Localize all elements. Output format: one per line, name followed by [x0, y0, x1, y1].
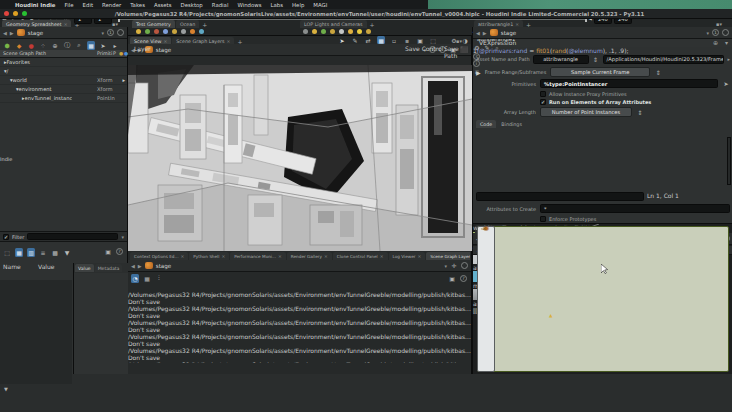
help-icon[interactable]: ? — [460, 275, 467, 282]
forward-icon[interactable]: ▶ — [10, 30, 14, 36]
chevron-down-icon[interactable]: ▾ — [121, 234, 124, 240]
col-save-path[interactable]: Save Path — [444, 45, 471, 59]
menu-item[interactable]: Help — [292, 2, 304, 8]
tree-row-instancer[interactable]: ▸ envTunnel_instanc PointIn — [0, 94, 127, 103]
close-window-button[interactable] — [4, 11, 9, 16]
tab-clone-control[interactable]: Clone Control Panel× — [333, 252, 388, 260]
viewport-tool-icon[interactable]: ➤ — [338, 36, 346, 44]
chevron-down-icon[interactable]: ▾ — [444, 263, 447, 269]
back-icon[interactable]: ◀ — [3, 30, 7, 36]
chevron-down-icon[interactable]: ▾ — [101, 30, 104, 36]
array-checkbox[interactable]: ✓ — [540, 99, 546, 105]
layer-save-control[interactable]: Don't save — [128, 312, 160, 319]
enforce-checkbox[interactable] — [540, 216, 546, 222]
shelf-tool-icon[interactable] — [366, 29, 371, 34]
shelf-tab-lop-lights[interactable]: LOP Lights and Cameras — [300, 20, 367, 28]
toolbar-icon[interactable]: ⬢ — [3, 41, 11, 50]
toolbar-icon[interactable]: ▦ — [87, 41, 95, 50]
layer-row[interactable]: /Volumes/Pegasus32 R4/Projects/gnomonSol… — [128, 361, 472, 363]
array-length-select[interactable]: Number of Point Instances — [540, 107, 632, 117]
asset-name-field[interactable]: attribwrangle — [533, 55, 589, 64]
network-canvas[interactable]: world/envTunnel_instancer Indie Edition … — [473, 224, 732, 344]
flatten-icon[interactable]: ▦ — [143, 274, 151, 283]
code-vscrollbar[interactable] — [727, 137, 731, 185]
layer-row[interactable]: /Volumes/Pegasus32 R4/Projects/gnomonSol… — [128, 333, 472, 347]
display-options-icon[interactable]: ◑ — [461, 36, 469, 45]
shelf-tool-icon[interactable] — [312, 29, 317, 34]
menu-item[interactable]: MAGI — [313, 2, 327, 8]
layer-row[interactable]: /Volumes/Pegasus32 R4/Projects/gnomonSol… — [128, 291, 472, 305]
shelf-tool-icon[interactable] — [348, 29, 353, 34]
toolbar-icon[interactable]: ⌕ — [75, 41, 83, 50]
close-icon[interactable]: × — [515, 22, 519, 27]
tab-code[interactable]: Code — [476, 120, 496, 128]
tree-row-environment[interactable]: ▾ environment Xform — [0, 85, 127, 94]
shelf-tab-test-geometry[interactable]: Test Geometry — [132, 20, 175, 28]
asset-path-field[interactable]: /Applications/Houdini/Houdini20.5.323/Fr… — [603, 55, 725, 64]
layer-save-control[interactable]: Don't save — [128, 298, 160, 305]
tab-log-viewer[interactable]: Log Viewer× — [389, 252, 426, 260]
col-p[interactable]: P — [113, 51, 116, 56]
shelf-tool-icon[interactable] — [199, 29, 204, 34]
viewport-tool-icon[interactable]: ▫ — [390, 36, 398, 44]
chevron-down-icon[interactable]: ▾ — [725, 39, 728, 46]
reselect-icon[interactable]: ➤ — [722, 79, 730, 88]
tab-value[interactable]: Value — [75, 264, 94, 272]
col-value[interactable]: Value — [38, 263, 54, 270]
tree-row-world[interactable]: ▾ world Xform ▸ — [0, 76, 127, 85]
stage-path[interactable]: stage — [156, 47, 421, 53]
col-primitive[interactable]: Primiti — [97, 51, 112, 56]
updown-icon[interactable]: ⇕ — [592, 55, 600, 64]
help-icon[interactable] — [461, 262, 468, 269]
viewport[interactable]: View Persp ▾ No cam ▾ ➤▣✛◯▢⁘⊞◉◆◇ ●◐▣⬚⁘▦▦… — [128, 65, 472, 251]
proxy-checkbox[interactable] — [540, 91, 546, 97]
viewport-tool-icon[interactable]: ✎ — [351, 36, 359, 44]
updown-icon[interactable]: ⇕ — [654, 68, 662, 77]
shelf-tool-icon[interactable] — [136, 29, 141, 34]
snapshot-camera-icon[interactable]: ▣ — [104, 247, 112, 256]
pin-icon[interactable] — [117, 29, 124, 36]
shelf-tool-icon[interactable] — [181, 29, 186, 34]
expand-editor-icon[interactable]: ⊕ — [713, 39, 718, 46]
forward-icon[interactable]: ▶ — [138, 263, 142, 269]
snapshot-camera-icon[interactable]: ▣ — [448, 274, 456, 283]
tab-bindings[interactable]: Bindings — [497, 120, 526, 128]
primitives-field[interactable]: %type:PointInstancer — [540, 79, 718, 88]
shelf-tool-icon[interactable] — [357, 29, 362, 34]
tree-row-root[interactable]: ▾ / — [0, 67, 127, 76]
toolbar-icon[interactable]: ⁘ — [39, 41, 47, 50]
frame-range-select[interactable]: Sample Current Frame — [550, 67, 650, 77]
tab-scene-graph-layers[interactable]: Scene Graph Layers× — [426, 252, 470, 260]
selected-empty-row[interactable] — [0, 273, 72, 280]
tab-performance-monitor[interactable]: Performance Moni...× — [230, 252, 286, 260]
toolbar-icon[interactable]: ⓘ — [63, 41, 71, 50]
updown-icon[interactable]: ⇕ — [636, 108, 644, 117]
layer-row[interactable]: /Volumes/Pegasus32 R4/Projects/gnomonSol… — [128, 305, 472, 319]
col-name[interactable]: Name — [3, 263, 21, 270]
tree-row-favorites[interactable]: ▸ Favorites — [0, 58, 127, 67]
pin-icon[interactable] — [722, 29, 729, 36]
tab-python-shell[interactable]: Python Shell× — [189, 252, 229, 260]
pin-icon[interactable]: ✛ — [450, 261, 458, 270]
viewport-tool-icon[interactable]: ▦ — [377, 36, 385, 44]
shelf-tool-icon[interactable] — [163, 29, 168, 34]
shelf-tool-icon[interactable] — [303, 29, 308, 34]
shelf-tool-icon[interactable] — [172, 29, 177, 34]
auto-refresh-icon[interactable]: ◔ — [131, 274, 139, 283]
viewport-tool-icon[interactable]: ⬚ — [429, 36, 437, 44]
menu-item[interactable]: Edit — [83, 2, 93, 8]
col-layer[interactable]: Layer — [134, 45, 151, 52]
toolbar-icon[interactable]: ◆ — [15, 41, 23, 50]
menu-item[interactable]: Takes — [130, 2, 145, 8]
close-icon[interactable]: × — [227, 39, 231, 44]
shelf-tool-icon[interactable] — [321, 29, 326, 34]
shelf-tool-icon[interactable] — [154, 29, 159, 34]
shelf-tool-icon[interactable] — [330, 29, 335, 34]
forward-icon[interactable]: ▶ — [483, 30, 487, 36]
menu-item[interactable]: Desktop — [181, 2, 203, 8]
tab-render-gallery[interactable]: Render Gallery× — [287, 252, 332, 260]
stage-path[interactable]: stage — [501, 30, 704, 36]
menu-item[interactable]: Render — [102, 2, 121, 8]
chevron-down-icon[interactable]: ▾ — [706, 30, 709, 36]
toolbar-icon[interactable]: ⊕ — [51, 41, 59, 50]
